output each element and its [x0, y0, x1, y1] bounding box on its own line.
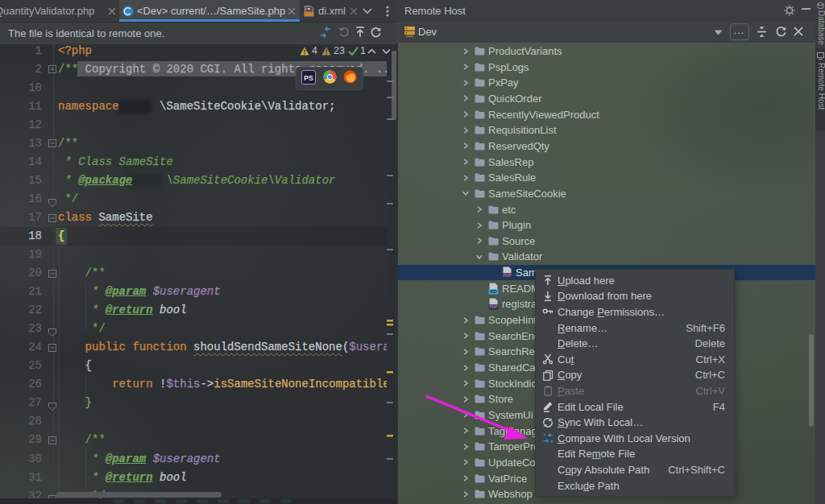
svg-text:PS: PS	[304, 74, 313, 82]
svg-text:PHP: PHP	[489, 305, 498, 310]
svg-text:MD: MD	[490, 289, 497, 294]
svg-text:PHP: PHP	[503, 273, 512, 278]
